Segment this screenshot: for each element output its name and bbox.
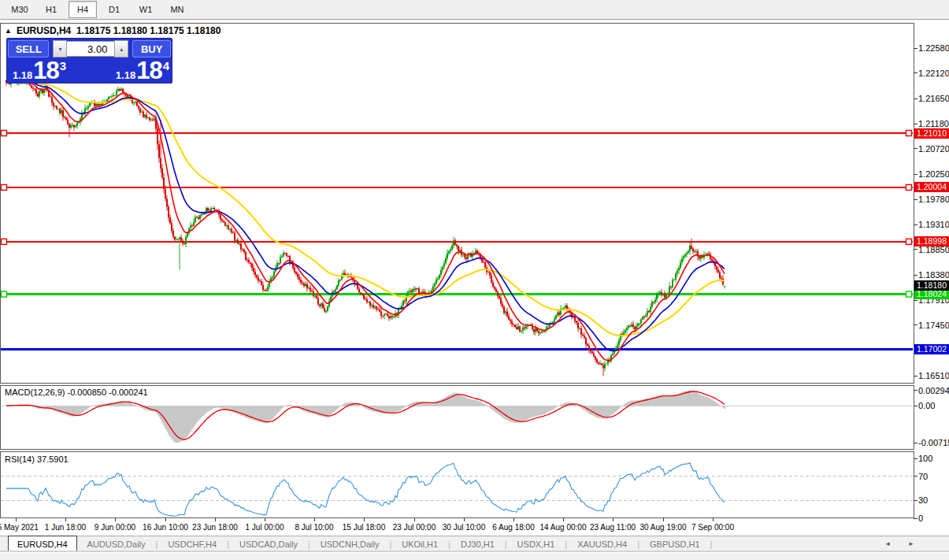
time-axis-label: 14 Aug 00:00 (540, 523, 587, 532)
time-axis-label: 23 Aug 11:00 (590, 523, 636, 532)
rsi-axis-tick: 0 (918, 514, 923, 523)
one-click-trading-panel: SELL ▼ ▲ BUY 1.18 18 3 1.18 18 4 (6, 38, 172, 83)
price-axis-tick: 1.18380 (918, 270, 949, 280)
tab-usdcad-daily[interactable]: USDCAD,Daily (229, 537, 308, 552)
tab-audusd-daily[interactable]: AUDUSD,Daily (77, 537, 156, 552)
buy-button[interactable]: BUY (132, 40, 171, 57)
buy-price-sup: 4 (163, 60, 169, 72)
price-axis-tick: 1.17450 (918, 321, 949, 330)
macd-indicator-label: MACD(12,26,9) -0.000850 -0.000241 (5, 388, 148, 397)
level-price-label: 1.20004 (914, 182, 949, 192)
macd-axis-tick: -0.007151 (918, 438, 949, 447)
timeframe-button-h4[interactable]: H4 (69, 1, 97, 18)
rsi-indicator-label: RSI(14) 37.5901 (5, 454, 69, 464)
chart-tabs-bar: EURUSD,H4AUDUSD,Daily|USDCHF,H4|USDCAD,D… (0, 536, 949, 552)
chart-title: ▲ EURUSD,H4 1.18175 1.18180 1.18175 1.18… (5, 25, 221, 36)
time-axis-label: 15 Jul 18:00 (343, 523, 386, 532)
trade-panel-prices: 1.18 18 3 1.18 18 4 (7, 58, 172, 83)
tabs-scroll-right-icon[interactable]: ► (908, 540, 914, 547)
rsi-axis-tick: 70 (918, 472, 928, 481)
level-price-label: 1.18024 (914, 289, 949, 299)
time-axis-label: 7 Sep 00:00 (691, 523, 734, 532)
time-axis-label: 25 May 2021 (0, 523, 39, 532)
price-axis-tick: 1.19780 (918, 195, 949, 204)
time-axis-label: 16 Jun 10:00 (143, 523, 188, 532)
tab-scroll-arrows: ◄ ► (884, 540, 914, 547)
price-axis-tick: 1.22580 (918, 43, 949, 53)
time-axis-label: 23 Jul 00:00 (393, 523, 436, 532)
chart-title-text: EURUSD,H4 1.18175 1.18180 1.18175 1.1818… (17, 25, 221, 36)
buy-price-big: 18 (136, 58, 161, 83)
symbol-marker-icon: ▲ (5, 28, 12, 35)
macd-axis-tick: 0.002947 (918, 386, 949, 395)
sell-price-small: 1.18 (13, 70, 32, 80)
level-price-label: 1.17002 (914, 344, 949, 354)
rsi-axis-tick: 30 (918, 495, 928, 505)
timeframe-button-d1[interactable]: D1 (100, 1, 128, 18)
status-bar (0, 552, 949, 560)
tab-eurusd-h4[interactable]: EURUSD,H4 (8, 536, 77, 553)
tab-usdx-h1[interactable]: USDX,H1 (507, 537, 565, 552)
rsi-axis-tick: 100 (918, 454, 932, 463)
tab-usdcnh-daily[interactable]: USDCNH,Daily (310, 537, 390, 552)
time-axis-label: 6 Aug 18:00 (492, 523, 534, 532)
tab-gbpusd-h1[interactable]: GBPUSD,H1 (639, 537, 710, 552)
sell-price[interactable]: 1.18 18 3 (9, 58, 66, 83)
macd-axis-tick: 0.00 (918, 401, 935, 410)
time-axis-label: 30 Jul 10:00 (443, 523, 486, 532)
tab-usdchf-h4[interactable]: USDCHF,H4 (158, 537, 227, 552)
buy-price[interactable]: 1.18 18 4 (113, 58, 169, 83)
time-axis-label: 30 Aug 19:00 (640, 523, 687, 532)
sell-price-big: 18 (33, 58, 58, 83)
time-axis-label: 1 Jul 00:00 (246, 523, 284, 532)
tabs-scroll-left-icon[interactable]: ◄ (884, 540, 891, 547)
trade-panel-controls: SELL ▼ ▲ BUY (7, 39, 172, 57)
mt4-window: M30H1H4D1W1MN ▲ EURUSD,H4 1.18175 1.1818… (0, 0, 949, 560)
price-axis-tick: 1.19310 (918, 220, 949, 229)
sell-button[interactable]: SELL (8, 40, 49, 57)
time-axis-label: 1 Jun 18:00 (45, 523, 86, 532)
price-axis-tick: 1.20720 (918, 144, 949, 154)
price-axis-tick: 1.22120 (918, 69, 949, 78)
price-axis-tick: 1.16510 (918, 371, 949, 380)
price-axis-tick: 1.20250 (918, 169, 949, 179)
level-price-label: 1.18998 (914, 236, 949, 247)
price-axis-tick: 1.21650 (918, 94, 949, 103)
current-price-label: 1.18180 (914, 280, 949, 291)
timeframe-button-w1[interactable]: W1 (132, 1, 160, 18)
tab-separator: | (710, 540, 713, 549)
volume-increase-button[interactable]: ▲ (114, 40, 128, 57)
tab-ukoil-h1[interactable]: UKOil,H1 (391, 537, 448, 552)
timeframe-button-m30[interactable]: M30 (6, 1, 34, 18)
tab-xauusd-h4[interactable]: XAUUSD,H4 (567, 537, 637, 552)
time-axis-label: 9 Jun 00:00 (95, 523, 135, 532)
time-axis-label: 23 Jun 18:00 (192, 523, 238, 532)
volume-input[interactable] (67, 41, 114, 57)
volume-decrease-button[interactable]: ▼ (53, 40, 67, 57)
timeframe-button-mn[interactable]: MN (163, 1, 191, 18)
tab-dj30-h1[interactable]: DJ30,H1 (450, 537, 505, 552)
timeframe-toolbar: M30H1H4D1W1MN (0, 0, 949, 20)
time-axis-label: 8 Jul 10:00 (295, 523, 334, 532)
level-price-label: 1.21010 (914, 128, 949, 139)
sell-price-sup: 3 (60, 60, 66, 72)
timeframe-button-h1[interactable]: H1 (37, 1, 65, 18)
buy-price-small: 1.18 (116, 70, 135, 80)
